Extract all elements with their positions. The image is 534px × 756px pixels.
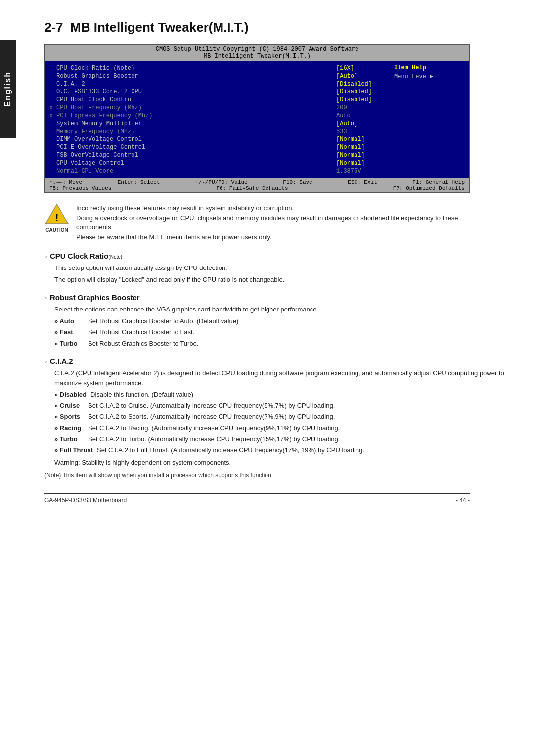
bios-row-label: FSB OverVoltage Control	[56, 152, 336, 159]
bios-row-x-prefix	[49, 73, 56, 80]
bios-row-value: [Auto]	[336, 120, 386, 127]
bios-row-label: CPU Clock Ratio (Note)	[56, 65, 336, 72]
caution-label: CAUTION	[44, 227, 69, 233]
bios-row-value: [Disabled]	[336, 89, 386, 95]
list-item: » SportsSet C.I.A.2 to Sports. (Automati…	[54, 412, 514, 422]
bios-footer-enter: Enter: Select	[118, 179, 160, 185]
bios-row-value: Auto	[336, 112, 386, 119]
footer-left: GA-945P-DS3/S3 Motherboard	[44, 497, 127, 504]
note-bottom: (Note) This item will show up when you i…	[44, 472, 470, 479]
section-title-text: CPU Clock Ratio	[50, 252, 108, 260]
bios-row-x-prefix	[49, 136, 56, 143]
bios-row-label: Robust Graphics Booster	[56, 73, 336, 80]
page-footer: GA-945P-DS3/S3 Motherboard - 44 -	[44, 493, 470, 504]
bios-row-x-prefix	[49, 144, 56, 151]
bios-row-label: CPU Host Clock Control	[56, 96, 336, 103]
list-item: » DisabledDisable this function. (Defaul…	[54, 390, 514, 400]
bios-row: DIMM OverVoltage Control[Normal]	[49, 135, 386, 143]
caution-text: Incorrectly using these features may res…	[76, 203, 470, 242]
bios-footer-row1: ↑↓→←: Move Enter: Select +/-/PU/PD: Valu…	[49, 179, 465, 185]
bios-row-value: [Auto]	[336, 73, 386, 80]
caution-box: ! CAUTION Incorrectly using these featur…	[44, 203, 470, 242]
bios-row-label: PCI Express Frequency (Mhz)	[56, 112, 336, 119]
caution-triangle-icon: !	[44, 203, 69, 225]
caution-icon-container: ! CAUTION	[44, 203, 69, 228]
section-arrow-icon: ◦	[44, 252, 47, 260]
bios-row-x-prefix	[49, 120, 56, 127]
bios-footer-move: ↑↓→←: Move	[49, 179, 82, 185]
bios-footer: ↑↓→←: Move Enter: Select +/-/PU/PD: Valu…	[45, 178, 469, 192]
section-title-cia2: ◦C.I.A.2	[44, 357, 514, 365]
list-item: » Full ThrustSet C.I.A.2 to Full Thrust.…	[54, 445, 514, 455]
bullet-desc: Set C.I.A.2 to Cruise. (Automatically in…	[88, 401, 514, 411]
section-arrow-icon: ◦	[44, 294, 47, 302]
list-item: » CruiseSet C.I.A.2 to Cruise. (Automati…	[54, 401, 514, 411]
bios-row-x-prefix	[49, 168, 56, 175]
bullet-desc: Set Robust Graphics Booster to Auto. (De…	[88, 316, 514, 326]
bullet-label: » Turbo	[54, 434, 84, 444]
bullet-desc: Set C.I.A.2 to Racing. (Automatically in…	[88, 423, 514, 433]
bios-row-label: O.C. FSB1333 Core. 2 CPU	[56, 89, 336, 95]
bios-footer-esc: ESC: Exit	[348, 179, 377, 185]
bios-row-label: System Memory Multiplier	[56, 120, 336, 127]
footer-right: - 44 -	[456, 497, 470, 504]
bios-footer-f1: F1: General Help	[412, 179, 465, 185]
bios-row-x-prefix	[49, 128, 56, 135]
bios-row-x-prefix	[49, 96, 56, 103]
section-body-text: The option will display "Locked" and rea…	[54, 275, 514, 285]
bullet-label: » Fast	[54, 327, 84, 337]
bios-row-value: [Normal]	[336, 144, 386, 151]
bios-row-value: [Disabled]	[336, 81, 386, 88]
bios-row: Normal CPU Vcore1.3875V	[49, 167, 386, 175]
bios-footer-f6: F6: Fail-Safe Defaults	[216, 185, 288, 191]
section-body-text: This setup option will automatically ass…	[54, 263, 514, 273]
bios-row-x-prefix	[49, 81, 56, 88]
bullet-desc: Set Robust Graphics Booster to Fast.	[88, 327, 514, 337]
list-item: » FastSet Robust Graphics Booster to Fas…	[54, 327, 514, 337]
bios-row-value: [16X]	[336, 65, 386, 72]
bios-title-line1: CMOS Setup Utility-Copyright (C) 1984-20…	[45, 46, 469, 53]
svg-text:!: !	[55, 211, 58, 223]
bios-row: System Memory Multiplier[Auto]	[49, 120, 386, 128]
bios-row-x-prefix: x	[49, 104, 56, 111]
bios-footer-value: +/-/PU/PD: Value	[195, 179, 248, 185]
bios-row: xPCI Express Frequency (Mhz)Auto	[49, 112, 386, 120]
bullet-label: » Auto	[54, 316, 84, 326]
bios-footer-f5: F5: Previous Values	[49, 185, 111, 191]
list-item: » RacingSet C.I.A.2 to Racing. (Automati…	[54, 423, 514, 433]
bios-body: CPU Clock Ratio (Note)[16X]Robust Graphi…	[45, 61, 469, 178]
bios-row: Memory Frequency (Mhz)533	[49, 128, 386, 135]
bios-row-x-prefix	[49, 65, 56, 72]
bullet-label: » Racing	[54, 423, 84, 433]
bios-row-label: Memory Frequency (Mhz)	[56, 128, 336, 135]
bios-title-bar: CMOS Setup Utility-Copyright (C) 1984-20…	[45, 45, 469, 61]
section-body-text: Select the options can enhance the VGA g…	[54, 305, 514, 314]
bios-footer-f7: F7: Optimized Defaults	[393, 185, 465, 191]
bios-row-x-prefix	[49, 89, 56, 95]
section-arrow-icon: ◦	[44, 357, 47, 365]
section-title-cpu-clock-ratio: ◦CPU Clock Ratio(Note)	[44, 252, 514, 260]
section-bullet-list: » DisabledDisable this function. (Defaul…	[54, 390, 514, 455]
bios-row-label: CPU Host Frequency (Mhz)	[56, 104, 336, 111]
bullet-label: » Sports	[54, 412, 84, 422]
bios-row-value: [Disabled]	[336, 96, 386, 103]
chapter-heading: 2-7 MB Intelligent Tweaker(M.I.T.)	[44, 20, 514, 35]
list-item: » TurboSet Robust Graphics Booster to Tu…	[54, 339, 514, 349]
bios-rows-container: CPU Clock Ratio (Note)[16X]Robust Graphi…	[49, 64, 386, 175]
bios-row-value: [Normal]	[336, 152, 386, 159]
bios-item-help-label: Item Help	[394, 64, 465, 71]
bios-row: PCI-E OverVoltage Control[Normal]	[49, 143, 386, 151]
bios-footer-row2: F5: Previous Values F6: Fail-Safe Defaul…	[49, 185, 465, 191]
section-title-text: Robust Graphics Booster	[50, 293, 140, 302]
sections-container: ◦CPU Clock Ratio(Note)This setup option …	[44, 252, 514, 468]
bios-row-label: CPU Voltage Control	[56, 160, 336, 167]
section-warning: Warning: Stability is highly dependent o…	[54, 458, 514, 468]
section-title-robust-graphics-booster: ◦Robust Graphics Booster	[44, 293, 514, 302]
bios-title-line2: MB Intelligent Tweaker(M.I.T.)	[45, 53, 469, 60]
caution-text1: Incorrectly using these features may res…	[76, 203, 470, 213]
bullet-label: » Full Thrust	[54, 445, 93, 455]
bios-row: xCPU Host Frequency (Mhz)200	[49, 104, 386, 112]
bios-row: O.C. FSB1333 Core. 2 CPU[Disabled]	[49, 88, 386, 96]
bullet-label: » Cruise	[54, 401, 84, 411]
bios-row-x-prefix: x	[49, 112, 56, 119]
